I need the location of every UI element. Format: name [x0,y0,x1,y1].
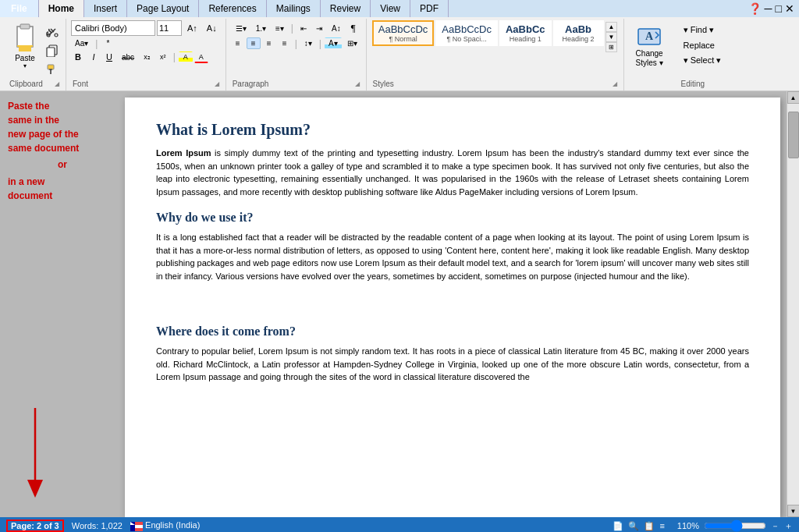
svg-rect-8 [48,65,54,69]
doc-p1-rest: is simply dummy text of the printing and… [156,148,749,197]
clear-format-button[interactable]: * [101,37,115,49]
border-button[interactable]: ⊞▾ [343,37,361,49]
ribbon-tab-bar: File Home Insert Page Layout References … [0,0,799,17]
align-right-button[interactable]: ≡ [262,37,276,49]
format-painter-button[interactable] [44,61,61,78]
sort-button[interactable]: A↕ [328,23,345,34]
zoom-out-button[interactable]: － [771,520,779,532]
window-controls: ❓ ─ □ ✕ [748,0,799,17]
style-heading2-preview: AaBb [559,23,598,35]
copy-button[interactable] [44,42,61,59]
case-button[interactable]: Aa▾ [71,37,92,49]
paste-dropdown-icon[interactable]: ▾ [23,62,27,69]
annotation-text: Paste the same in the new page of the sa… [8,99,117,203]
font-group: A↑ A↓ Aa▾ | * B I U abc x₂ x² | A A Font [66,19,226,90]
tab-insert[interactable]: Insert [84,0,127,17]
styles-scroll[interactable]: ▲ ▼ ⊞ [605,20,618,54]
shading-button[interactable]: A▾ [325,37,342,49]
status-bar-right: 📄 🔍 📋 ≡ 110% － ＋ [613,520,793,532]
tab-mailings[interactable]: Mailings [267,0,321,17]
multilevel-button[interactable]: ≡▾ [272,23,288,34]
style-heading1[interactable]: AaBbCc Heading 1 [499,20,552,46]
style-normal-preview: AaBbCcDc [378,23,428,35]
font-shrink-button[interactable]: A↓ [203,22,221,34]
zoom-slider[interactable] [704,520,766,532]
annotation-line4: same document [8,143,79,154]
select-button[interactable]: ▾ Select ▾ [680,54,733,67]
paste-label: Paste [15,54,35,62]
clipboard-expand[interactable]: ◢ [55,80,59,87]
annotation-line6: document [8,190,52,201]
change-styles-button[interactable]: A Change Styles ▾ [630,20,669,72]
line-spacing-button[interactable]: ↕▾ [300,37,316,49]
tab-file[interactable]: File [0,0,39,17]
styles-scroll-up[interactable]: ▲ [605,22,618,32]
strikethrough-button[interactable]: abc [118,51,138,63]
styles-expand[interactable]: ◢ [613,80,617,87]
style-normal[interactable]: AaBbCcDc ¶ Normal [372,20,435,46]
justify-button[interactable]: ≡ [278,37,292,49]
status-icon-2[interactable]: 🔍 [628,521,639,531]
font-size-input[interactable] [157,20,182,36]
style-heading2[interactable]: AaBb Heading 2 [553,20,604,46]
italic-button[interactable]: I [87,51,101,63]
tab-references[interactable]: References [199,0,266,17]
status-icon-1[interactable]: 📄 [613,521,623,531]
paste-icon [12,23,37,53]
status-icon-3[interactable]: 📋 [644,521,655,531]
svg-rect-3 [17,45,33,47]
status-icon-4[interactable]: ≡ [659,521,664,530]
style-no-spacing[interactable]: AaBbCcDc ¶ No Spaci... [435,20,498,46]
styles-more-button[interactable]: ⊞ [605,42,618,52]
cut-button[interactable] [44,23,61,41]
align-left-button[interactable]: ≡ [231,37,245,49]
annotation-line2: same in the [8,115,59,126]
bold-button[interactable]: B [71,51,85,63]
align-center-button[interactable]: ≡ [247,37,261,49]
help-button[interactable]: ❓ [748,2,762,15]
text-color-button[interactable]: A [194,51,208,63]
svg-rect-0 [17,27,33,47]
underline-button[interactable]: U [102,51,116,63]
scroll-up-button[interactable]: ▲ [787,91,800,104]
show-formatting-button[interactable]: ¶ [346,20,360,36]
increase-indent-button[interactable]: ⇥ [312,23,326,34]
restore-button[interactable]: □ [776,2,782,15]
font-group-bottom: Font ◢ [71,78,221,89]
styles-content: AaBbCcDc ¶ Normal AaBbCcDc ¶ No Spaci...… [371,20,619,78]
scroll-down-button[interactable]: ▼ [787,505,800,517]
scroll-thumb[interactable] [788,112,799,158]
decrease-indent-button[interactable]: ⇤ [297,23,311,34]
numbering-button[interactable]: 1.▾ [252,23,270,34]
find-button[interactable]: ▾ Find ▾ [680,23,733,37]
tab-home[interactable]: Home [39,0,84,17]
minimize-button[interactable]: ─ [765,2,772,15]
zoom-in-button[interactable]: ＋ [784,520,793,532]
text-highlight-button[interactable]: A [179,51,193,62]
styles-scroll-down[interactable]: ▼ [605,32,618,42]
paragraph-expand[interactable]: ◢ [355,80,360,87]
font-grow-button[interactable]: A↑ [183,22,201,34]
clipboard-label: Clipboard [9,78,43,89]
subscript-button[interactable]: x₂ [140,51,154,62]
superscript-button[interactable]: x² [156,51,170,62]
font-expand[interactable]: ◢ [215,80,219,87]
tab-pdf[interactable]: PDF [410,0,449,17]
tab-view[interactable]: View [371,0,410,17]
tab-review[interactable]: Review [321,0,371,17]
bullets-button[interactable]: ☰▾ [232,23,250,34]
change-styles-content: A Change Styles ▾ [629,20,670,89]
replace-button[interactable]: Replace [680,39,733,51]
svg-rect-7 [47,48,55,57]
change-styles-label: Change Styles ▾ [636,49,663,68]
style-boxes-container: AaBbCcDc ¶ Normal AaBbCcDc ¶ No Spaci...… [372,20,618,54]
font-name-input[interactable] [71,20,155,36]
style-heading1-label: Heading 1 [506,35,545,43]
change-styles-icon: A [637,24,662,49]
close-button[interactable]: ✕ [785,2,794,15]
status-language: English (India) [130,520,200,530]
paste-button[interactable]: Paste ▾ [8,20,42,72]
tab-page-layout[interactable]: Page Layout [127,0,199,17]
annotation-or: or [8,158,117,172]
editing-group: ▾ Find ▾ Replace ▾ Select ▾ Editing [675,19,737,90]
